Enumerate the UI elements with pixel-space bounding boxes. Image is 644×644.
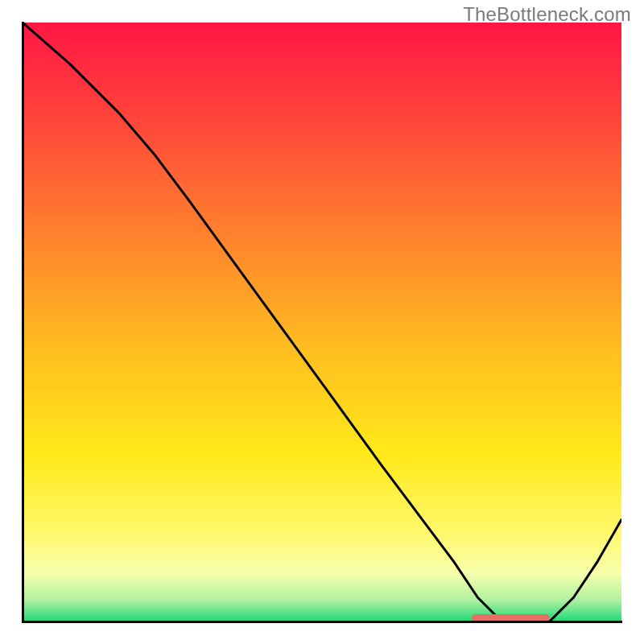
watermark-label: TheBottleneck.com — [463, 3, 631, 26]
y-axis — [22, 22, 24, 622]
chart-frame: TheBottleneck.com — [0, 0, 644, 644]
plot-svg — [23, 23, 621, 621]
gradient-fill — [23, 23, 621, 621]
x-axis — [22, 621, 622, 623]
plot-area — [23, 23, 621, 621]
